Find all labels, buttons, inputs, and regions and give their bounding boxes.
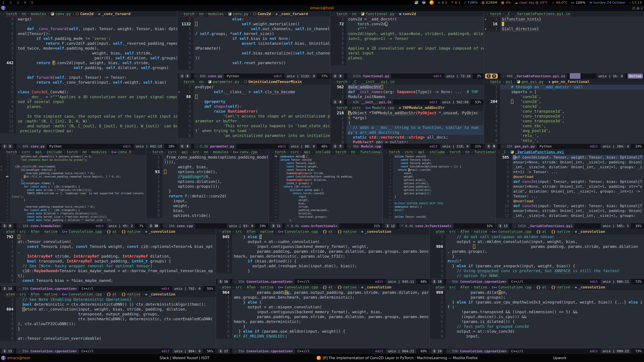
breadcrumb-segment[interactable]: torch	[389, 150, 400, 154]
code-area[interactable]: 1 // See Note [Enabling Deterministic Op…	[0, 297, 216, 348]
modeline-buffer[interactable]: - 36k Module.cpp	[347, 144, 383, 149]
breadcrumb-segment[interactable]: native	[474, 229, 487, 234]
modeline-buffer[interactable]: - 16k conv.h<modules>	[16, 223, 63, 228]
breadcrumb-segment[interactable]: aten	[222, 285, 231, 289]
breadcrumb-segment[interactable]: api	[182, 150, 188, 154]
breadcrumb-segment[interactable]: {}native	[551, 285, 570, 289]
modeline[interactable]: 11- 69k conv.pyPythoneditunix | 442:1528…	[0, 143, 177, 149]
breadcrumb-segment[interactable]: modules	[31, 12, 46, 16]
breadcrumb-segment[interactable]: {}at	[536, 229, 546, 234]
breadcrumb-segment[interactable]: nn	[465, 150, 470, 154]
breadcrumb-segment[interactable]: aten	[436, 285, 444, 289]
breadcrumb-segment[interactable]: torch	[274, 150, 286, 154]
modeline-buffer[interactable]: - 55k Convolution.cpp<native>	[446, 279, 508, 284]
workspace-switcher[interactable]: 12345	[2, 0, 33, 4]
breadcrumb-segment[interactable]: pyi	[506, 80, 512, 84]
breadcrumb-segment[interactable]: C++Convolution.cpp	[278, 285, 318, 289]
editor-pane-gen-pyi-py[interactable]: ›tools›pyi›gen_pyi.py›◈gen_nn_functional…	[484, 79, 644, 149]
breadcrumb-segment[interactable]: ◈_convolution	[575, 285, 605, 289]
taskbar-window-emacs[interactable]: ξ emacs@host	[1, 354, 30, 362]
breadcrumb-segment[interactable]: torch	[66, 150, 78, 154]
breadcrumb-segment[interactable]: native	[260, 229, 274, 234]
modeline[interactable]: 18- 32k gen_pyi.pyPythoneditunix | 204: …	[484, 143, 644, 149]
modeline-major-mode[interactable]: C++//l	[511, 280, 523, 284]
modeline[interactable]: 117- 55k Convolution.cpp<native>C++//led…	[216, 348, 429, 354]
breadcrumb-segment[interactable]: native	[44, 229, 58, 234]
breadcrumb-segment[interactable]: src	[193, 150, 200, 154]
modeline-buffer[interactable]: - 55k Convolution.cpp<native>	[232, 279, 295, 284]
modeline-buffer[interactable]: - 69k conv.py	[194, 73, 224, 79]
code-area[interactable]: 1conv2d = _add_docstr(72 torch.conv2d,1 …	[330, 17, 484, 73]
breadcrumb-segment[interactable]: {}native	[338, 285, 356, 289]
code-area[interactable]: 999 params.dilation,1 params.groups);2 }…	[430, 290, 644, 348]
modeline-buffer[interactable]: - 55k Convolution.cpp<native>	[446, 349, 508, 354]
slack-icon[interactable]	[415, 1, 418, 4]
code-area[interactable]: 1 // do not call contiguous on mkldnn te…	[430, 234, 644, 279]
workspace-4[interactable]: 4	[24, 0, 26, 4]
modeline[interactable]: 110- 10k conv.cppunix | 93: 029%	[146, 223, 268, 229]
modeline-buffer[interactable]: - 69k conv.py	[16, 144, 47, 149]
code-area[interactable]: 75namespace detail {1inline Tensor conv2…	[269, 155, 382, 223]
breadcrumb-segment[interactable]: torch	[6, 12, 17, 16]
breadcrumb-segment[interactable]: _VariableFunctions.pyi	[510, 150, 564, 154]
breadcrumb-segment[interactable]: api	[304, 150, 310, 154]
code-area[interactable]: 792 1at::Tensor convolution(2 const Tens…	[0, 234, 216, 286]
taskbar-window-slack[interactable]: Slack | Waleed Yousef | ISOT	[160, 354, 210, 362]
code-area[interactable]: 1inline Tensor conv2d(2 const Tensor& in…	[383, 155, 495, 223]
modeline-major-mode[interactable]: C++//l	[298, 349, 310, 353]
breadcrumb-segment[interactable]: gen_pyi.py	[517, 80, 544, 84]
breadcrumb-segment[interactable]: tools	[490, 80, 501, 84]
breadcrumb-segment[interactable]: ◈_conv_forward	[98, 12, 130, 16]
modeline[interactable]: 17- 36k Module.cppeditunix | 218: 021%	[330, 143, 484, 149]
code-area[interactable]: 9wargs)87 def _conv_forward(self, input:…	[0, 17, 177, 143]
modeline-buffer[interactable]: - 141k _VariableFunctions.pyi	[512, 223, 574, 228]
breadcrumb-segment[interactable]: ◈gen_nn_functional	[548, 80, 590, 84]
modeline-major-mode[interactable]: Python	[540, 144, 552, 148]
modeline[interactable]: 111* 8.4k conv.h<functional>21%	[269, 223, 382, 229]
modeline[interactable]: 119- 55k Convolution.cpp<native>C++//led…	[430, 348, 644, 354]
breadcrumb-segment[interactable]: nn	[82, 150, 87, 154]
breadcrumb-segment[interactable]: ATen	[247, 285, 256, 289]
breadcrumb-segment[interactable]: {}native	[122, 292, 140, 296]
breadcrumb-segment[interactable]: nn	[204, 150, 208, 154]
editor-pane-variablefunctions-pyi-in[interactable]: ›torch›_C›_VariableFunctions.pyi.in●1${f…	[484, 11, 644, 79]
code-area[interactable]: 964 params.padding, params.output_paddin…	[216, 290, 429, 348]
breadcrumb-segment[interactable]: csrc	[290, 150, 299, 154]
breadcrumb-segment[interactable]: modules	[213, 150, 228, 154]
code-area[interactable]: 562dule_addDocStr 1def _init_names(arg: …	[330, 85, 484, 99]
breadcrumb-segment[interactable]: api	[35, 150, 42, 154]
editor-pane-convolution-cpp-2[interactable]: ›aten›src›ATen›native›C++Convolution.cpp…	[0, 292, 216, 354]
breadcrumb-segment[interactable]: ⬡Conv2d	[76, 12, 94, 16]
editor-pane-init-pyi-in[interactable]: ›torch›_C›__init__.pyi.in562dule_addDocS…	[330, 79, 484, 105]
breadcrumb-segment[interactable]: ATen	[460, 229, 469, 234]
breadcrumb-segment[interactable]: functional	[474, 150, 495, 154]
workspace-3[interactable]: 3	[16, 0, 19, 4]
breadcrumb-segment[interactable]: torch	[450, 150, 460, 154]
editor-pane-convolution-cpp-6[interactable]: ›aten›src›ATen›native›C++Convolution.cpp…	[430, 284, 644, 354]
taskbar-window-upwork[interactable]: Upwork	[553, 354, 566, 362]
editor-pane-module-cpp[interactable]: ›torch›csrc›C++Module.cpp›◈THPModule_add…	[330, 105, 484, 149]
breadcrumb-segment[interactable]: torch	[336, 80, 347, 84]
breadcrumb-segment[interactable]: {}at	[536, 285, 546, 289]
breadcrumb-segment[interactable]: modules	[92, 150, 107, 154]
code-area[interactable]: 1 else:1132 self.weight.materialize((1 s…	[178, 17, 330, 73]
breadcrumb-segment[interactable]: api	[418, 150, 425, 154]
editor-pane-functional-py[interactable]: ›torch›nn›functional.py›▣conv2d1conv2d =…	[330, 11, 484, 79]
breadcrumb-segment[interactable]: include	[429, 150, 445, 154]
workspace-2[interactable]: 2	[10, 0, 12, 4]
breadcrumb-segment[interactable]: ▣conv2d	[399, 12, 416, 16]
modeline-buffer[interactable]: - 32k gen_pyi.py	[500, 144, 537, 149]
editor-pane-convolution-cpp-1[interactable]: ›aten›src›ATen›native›C++Convolution.cpp…	[0, 229, 216, 292]
code-area[interactable]: ●1${function_hints}16 ●1${all_directive}	[484, 17, 644, 73]
breadcrumb-segment[interactable]: {}native	[122, 229, 140, 234]
breadcrumb-segment[interactable]: __init__.pyi.in	[361, 80, 394, 84]
code-area[interactable]: 6 options.out_channels() % options.group…	[0, 155, 146, 223]
breadcrumb-segment[interactable]: src	[20, 229, 26, 234]
breadcrumb-segment[interactable]: conv.py	[51, 12, 71, 16]
code-area[interactable]: 3 # through an `_add_docstr` call2 impor…	[484, 85, 644, 143]
breadcrumb-segment[interactable]: torch	[6, 150, 17, 154]
breadcrumb-segment[interactable]: aten	[6, 229, 15, 234]
breadcrumb-segment[interactable]: ◈_convolution	[145, 292, 175, 296]
breadcrumb-segment[interactable]: ◈THPModule_addDocStr	[399, 106, 444, 110]
breadcrumb-segment[interactable]: src	[20, 292, 26, 296]
